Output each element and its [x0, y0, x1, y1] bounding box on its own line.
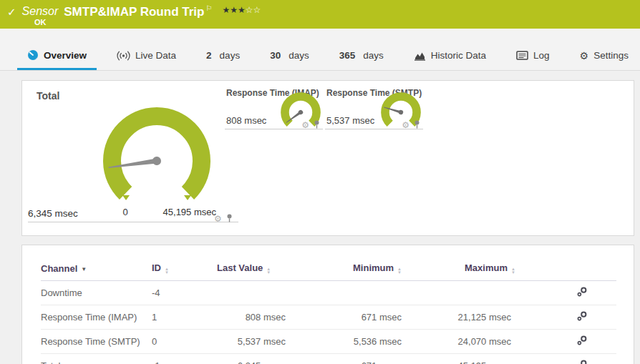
channel-minimum: [286, 281, 402, 305]
gauge-gear-icon[interactable]: ⚙: [214, 214, 222, 224]
column-header-channel[interactable]: Channel▼: [41, 262, 152, 281]
channel-name[interactable]: Response Time (IMAP): [41, 305, 152, 330]
sensor-kind-label: Sensor: [22, 5, 59, 18]
tab-overview-label: Overview: [44, 50, 87, 61]
channel-minimum: 5,536 msec: [286, 330, 402, 354]
table-row: Response Time (IMAP) 1 808 msec 671 msec…: [41, 305, 616, 330]
channel-settings-icon[interactable]: [576, 310, 588, 324]
tab-2-days-number: 2: [206, 50, 212, 61]
channel-maximum: 45,195 msec: [402, 354, 511, 364]
total-gauge-min-label: 0: [114, 207, 137, 217]
stars-filled: ★★★: [222, 5, 245, 15]
channel-maximum: [402, 281, 511, 305]
flag-icon[interactable]: ⚐: [205, 4, 212, 12]
gauge-gear-icon[interactable]: ⚙: [402, 120, 409, 130]
tab-live-data-label: Live Data: [135, 50, 176, 61]
channel-maximum: 24,070 msec: [402, 330, 511, 354]
table-row: Downtime -4: [41, 281, 616, 305]
gauge-gear-icon[interactable]: ⚙: [301, 120, 309, 130]
channel-last-value: [217, 281, 286, 305]
sort-icon: ▲▼: [165, 267, 169, 274]
priority-stars[interactable]: ★★★☆☆: [222, 5, 261, 15]
live-icon: [117, 51, 130, 61]
log-icon: [516, 51, 528, 60]
status-badge: OK: [34, 18, 47, 26]
pin-icon[interactable]: [314, 119, 320, 132]
channel-settings-icon[interactable]: [576, 359, 588, 364]
channel-last-value: 6,345 msec: [217, 354, 286, 364]
sensor-header: ✓ Sensor SMTP&IMAP Round Trip⚐ ★★★☆☆ OK: [0, 0, 640, 29]
imap-gauge-value: 808 msec: [226, 115, 266, 126]
overview-gauges-panel: Total 6,345 msec 0 45,195 msec ⚙ Respons…: [21, 80, 634, 236]
total-gauge-title: Total: [37, 90, 59, 102]
tab-365-days-number: 365: [339, 50, 356, 61]
column-header-minimum[interactable]: Minimum▲▼: [286, 262, 402, 281]
total-gauge-divider: [28, 222, 238, 222]
tab-365-days[interactable]: 365 days: [329, 44, 394, 70]
scale-max-marker: [184, 195, 191, 200]
tab-30-days[interactable]: 30 days: [260, 44, 319, 70]
sort-icon: ▲▼: [397, 267, 402, 274]
tab-settings-label: Settings: [593, 50, 629, 61]
channel-id: 1: [152, 305, 217, 330]
channel-table: Channel▼ ID▲▼ Last Value▲▼ Minimum▲▼ Max…: [41, 262, 616, 364]
area-chart-icon: [414, 51, 426, 61]
tab-2-days[interactable]: 2 days: [196, 44, 250, 70]
sort-icon: ▲▼: [266, 267, 271, 274]
tab-365-days-label: days: [363, 50, 384, 61]
column-header-maximum[interactable]: Maximum▲▼: [402, 262, 511, 281]
channel-maximum: 21,125 msec: [402, 305, 511, 330]
channel-id: -4: [152, 281, 217, 305]
channel-table-panel: Channel▼ ID▲▼ Last Value▲▼ Minimum▲▼ Max…: [21, 245, 634, 364]
channel-id: -1: [152, 354, 217, 364]
sort-desc-icon: ▼: [81, 266, 87, 272]
tab-30-days-number: 30: [270, 50, 281, 61]
pin-icon[interactable]: [414, 119, 420, 132]
channel-name[interactable]: Total: [41, 354, 152, 364]
tab-log-label: Log: [533, 50, 550, 61]
channel-settings-icon[interactable]: [576, 286, 588, 300]
channel-last-value: 808 msec: [217, 305, 286, 330]
tab-log[interactable]: Log: [506, 44, 560, 70]
total-gauge-value: 6,345 msec: [28, 208, 78, 219]
smtp-gauge-block: Response Time (SMTP) 5,537 msec ⚙: [326, 81, 423, 235]
tab-30-days-label: days: [289, 50, 309, 61]
channel-name[interactable]: Downtime: [41, 281, 152, 305]
tab-overview[interactable]: Overview: [17, 43, 97, 70]
channel-last-value: 5,537 msec: [217, 330, 286, 354]
smtp-gauge-value: 5,537 msec: [326, 115, 374, 126]
gauge-icon: [27, 49, 39, 61]
gear-icon: ⚙: [580, 51, 589, 61]
channel-id: 0: [152, 330, 217, 354]
column-header-id[interactable]: ID▲▼: [152, 262, 217, 281]
channel-minimum: 671 msec: [286, 354, 402, 364]
imap-gauge-block: Response Time (IMAP) 808 msec ⚙: [226, 81, 323, 235]
total-gauge: [100, 104, 214, 218]
status-check-icon: ✓: [7, 6, 16, 19]
sensor-title: SMTP&IMAP Round Trip⚐: [64, 4, 212, 19]
tab-bar: Overview Live Data 2 days 30 days 365 da…: [0, 29, 640, 71]
tab-historic-data-label: Historic Data: [431, 50, 486, 61]
channel-name[interactable]: Response Time (SMTP): [41, 330, 152, 354]
tab-2-days-label: days: [220, 50, 241, 61]
column-header-last-value[interactable]: Last Value▲▼: [217, 262, 286, 281]
stars-empty: ☆☆: [246, 5, 261, 15]
channel-minimum: 671 msec: [286, 305, 402, 330]
column-header-tools: [511, 262, 616, 281]
total-gauge-max-label: 45,195 msec: [160, 207, 216, 217]
table-row: Response Time (SMTP) 0 5,537 msec 5,536 …: [41, 330, 616, 354]
tab-settings[interactable]: ⚙ Settings: [570, 44, 639, 70]
table-row: Total -1 6,345 msec 671 msec 45,195 msec: [41, 354, 616, 364]
channel-settings-icon[interactable]: [576, 335, 588, 348]
table-header-row: Channel▼ ID▲▼ Last Value▲▼ Minimum▲▼ Max…: [41, 262, 616, 281]
sort-icon: ▲▼: [511, 267, 515, 274]
scale-min-marker: [122, 195, 130, 200]
tab-live-data[interactable]: Live Data: [107, 44, 186, 70]
tab-historic-data[interactable]: Historic Data: [404, 44, 496, 70]
